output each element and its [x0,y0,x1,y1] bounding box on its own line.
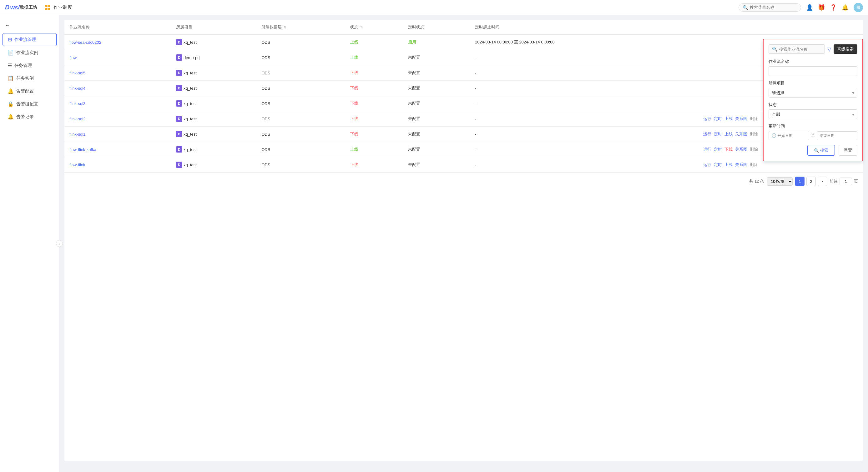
logo: D wsi 数据工坊 [5,4,37,11]
end-date-input[interactable] [819,133,855,138]
page-button-2[interactable]: 2 [806,177,816,186]
filter-icon[interactable]: ▽ [827,46,831,52]
table-row: flow-flinkDxq_testODS下线未配置-运行定时上线关系图删除 [64,157,863,172]
action-btn-定时[interactable]: 定时 [714,131,722,137]
action-btn-下线[interactable]: 下线 [724,147,733,152]
search-panel: 🔍 ▽ 高级搜索 作业流名称 所属项目 请选择xq_testdemo-prj [763,39,863,161]
timer-status-badge: 未配置 [408,116,420,121]
sidebar-label-alert-config: 告警配置 [16,89,34,94]
workflow-name-link[interactable]: flink-sql3 [69,101,85,106]
advanced-search-button[interactable]: 高级搜索 [834,44,857,54]
action-btn-关系图[interactable]: 关系图 [735,131,747,137]
project-badge: Dxq_test [176,39,197,45]
date-range: 🕐 至 [769,131,857,140]
row-name-3: flink-sql4 [64,81,171,96]
row-layer-4: ODS [256,96,345,111]
workflow-name-link[interactable]: flink-sql2 [69,117,85,121]
page-button-1[interactable]: 1 [795,177,805,186]
column-header-data_layer[interactable]: 所属数据层 ⇅ [256,20,345,35]
workflow-name-link[interactable]: flow-sea-cdc0202 [69,40,101,45]
header: D wsi 数据工坊 作业调度 🔍 👤 🎁 ❓ 🔔 租 [0,0,868,15]
end-date-wrap[interactable] [817,131,857,140]
sidebar-item-task-instance[interactable]: 📋任务实例 [2,72,57,85]
action-btn-关系图[interactable]: 关系图 [735,116,747,122]
goto-input[interactable] [840,178,852,185]
row-timer-time-7: - [470,142,698,157]
grid-icon [45,5,50,10]
row-timer-time-8: - [470,157,698,172]
bell-icon[interactable]: 🔔 [842,4,848,11]
action-btn-删除[interactable]: 删除 [750,162,758,167]
action-btn-删除[interactable]: 删除 [750,116,758,122]
project-badge: Dxq_test [176,70,197,76]
page-next-button[interactable]: › [818,177,827,186]
update-time-section: 更新时间 🕐 至 [769,123,857,140]
column-header-timer_status: 定时状态 [403,20,470,35]
action-btn-删除[interactable]: 删除 [750,131,758,137]
row-project-1: Ddemo-prj [171,50,256,65]
workflow-name-link[interactable]: flow [69,55,76,60]
header-search-input[interactable] [750,5,797,10]
workflow-name-link[interactable]: flink-sql4 [69,86,85,91]
date-separator: 至 [811,133,815,138]
row-status-0: 上线 [345,35,403,50]
project-select[interactable]: 请选择xq_testdemo-prj [769,88,857,97]
sidebar-item-workflow-mgmt[interactable]: ⊞作业流管理 [2,33,57,46]
table-row: flink-sql2Dxq_testODS下线未配置-运行定时上线关系图删除 [64,111,863,127]
action-btn-运行[interactable]: 运行 [703,147,711,152]
action-btn-运行[interactable]: 运行 [703,116,711,122]
row-layer-3: ODS [256,81,345,96]
sidebar-item-task-mgmt[interactable]: ☰任务管理 [2,59,57,71]
user-icon[interactable]: 👤 [806,4,813,11]
column-header-status[interactable]: 状态 ⇅ [345,20,403,35]
action-btn-上线[interactable]: 上线 [724,131,733,137]
search-button[interactable]: 🔍 搜索 [807,145,835,156]
logo-text: 数据工坊 [20,5,37,10]
status-select[interactable]: 全部上线下线 [769,109,857,119]
project-badge: Dxq_test [176,116,197,122]
workflow-name-input[interactable] [769,66,857,76]
avatar[interactable]: 租 [854,3,863,12]
column-header-actions [698,20,863,35]
row-timer-time-1: - [470,50,698,65]
help-icon[interactable]: ❓ [830,4,837,11]
update-time-label: 更新时间 [769,123,857,129]
action-btn-定时[interactable]: 定时 [714,116,722,122]
action-btn-关系图[interactable]: 关系图 [735,162,747,167]
project-section: 所属项目 请选择xq_testdemo-prj [769,80,857,97]
action-btn-运行[interactable]: 运行 [703,162,711,167]
sidebar-icon-workflow-instance: 📄 [7,50,14,56]
back-button[interactable]: ← [0,20,59,31]
project-d-icon: D [176,54,182,61]
action-btn-运行[interactable]: 运行 [703,131,711,137]
workflow-name-link[interactable]: flink-sql5 [69,71,85,75]
sidebar-item-alert-group[interactable]: 🔒告警组配置 [2,98,57,110]
reset-button[interactable]: 重置 [839,145,857,156]
search-panel-input-wrap[interactable]: 🔍 [769,44,825,54]
project-badge: Dxq_test [176,100,197,106]
sidebar-item-workflow-instance[interactable]: 📄作业流实例 [2,46,57,59]
action-btn-上线[interactable]: 上线 [724,162,733,167]
row-layer-2: ODS [256,65,345,81]
page-size-select[interactable]: 10条/页20条/页50条/页 [767,177,793,186]
search-panel-input[interactable] [779,47,822,52]
start-date-input[interactable] [778,133,806,138]
workflow-name-link[interactable]: flink-sql1 [69,132,85,136]
start-date-wrap[interactable]: 🕐 [769,131,809,140]
action-btn-定时[interactable]: 定时 [714,162,722,167]
clock-icon: 🕐 [771,133,776,138]
action-btn-上线[interactable]: 上线 [724,116,733,122]
gift-icon[interactable]: 🎁 [818,4,825,11]
column-header-name: 作业流名称 [64,20,171,35]
sidebar-item-alert-record[interactable]: 🔔告警记录 [2,111,57,123]
sidebar-item-alert-config[interactable]: 🔔告警配置 [2,85,57,97]
header-search[interactable]: 🔍 [739,3,801,11]
workflow-name-link[interactable]: flow-flink-kafka [69,147,96,152]
row-timer-time-4: - [470,96,698,111]
row-layer-7: ODS [256,142,345,157]
action-btn-定时[interactable]: 定时 [714,147,722,152]
workflow-name-link[interactable]: flow-flink [69,162,85,167]
action-btn-关系图[interactable]: 关系图 [735,147,747,152]
sidebar-collapse-button[interactable]: ‹ [56,240,63,247]
action-btn-删除[interactable]: 删除 [750,147,758,152]
